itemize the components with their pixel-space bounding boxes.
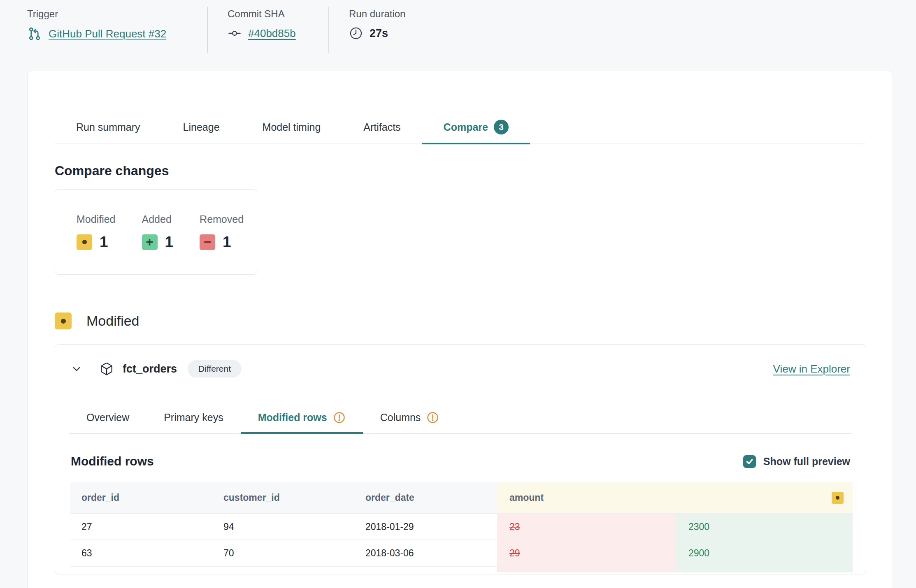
stat-modified-label: Modified [77,213,116,225]
stat-removed: Removed − 1 [200,213,244,251]
stat-added-value: 1 [165,234,174,251]
duration-label: Run duration [349,8,405,20]
warning-icon [333,411,346,424]
model-card-fct-orders: fct_orders Different View in Explorer Ov… [55,344,866,574]
view-in-explorer-link[interactable]: View in Explorer [773,363,850,375]
clock-icon [349,26,363,40]
modified-dot-icon [77,234,92,250]
tab-artifacts[interactable]: Artifacts [342,115,422,144]
header-divider [207,7,208,53]
tab-run-summary[interactable]: Run summary [55,115,162,144]
pull-request-icon [27,26,42,41]
column-header-order-date: order_date [354,482,497,513]
removed-minus-icon: − [200,234,215,250]
amount-old-value: 23 [497,514,675,539]
column-header-order-id: order_id [70,482,212,513]
trigger-meta: Trigger GitHub Pull Request #32 [27,8,166,41]
trigger-label: Trigger [27,8,166,20]
compare-summary-card: Modified 1 Added + 1 Removed − 1 [55,189,257,275]
commit-label: Commit SHA [228,8,296,20]
modified-section-heading: Modified [55,313,865,329]
stat-modified: Modified 1 [77,213,116,251]
modified-dot-icon [55,313,72,329]
modified-dot-icon [832,492,844,504]
column-header-customer-id: customer_id [212,482,354,513]
tab-columns[interactable]: Columns [363,406,457,434]
tab-lineage[interactable]: Lineage [162,115,241,144]
chevron-down-icon[interactable] [71,363,82,375]
table-header-row: order_id customer_id order_date amount [70,482,853,513]
warning-icon [426,411,439,424]
model-card-header: fct_orders Different View in Explorer [55,345,866,377]
modified-rows-title: Modified rows [71,454,154,468]
duration-value: 27s [370,27,388,40]
commit-icon [228,26,242,40]
modified-rows-table: order_id customer_id order_date amount 2… [70,482,853,572]
model-name: fct_orders [123,363,177,375]
cube-icon [100,362,114,376]
compare-changes-heading: Compare changes [55,163,865,178]
checkbox-checked-icon[interactable] [743,455,756,468]
column-header-amount: amount [497,482,853,513]
compare-count-badge: 3 [494,120,509,134]
duration-meta: Run duration 27s [349,8,405,40]
stat-added: Added + 1 [142,213,174,251]
table-row [70,566,853,572]
run-detail-card: Run summary Lineage Model timing Artifac… [27,71,893,588]
amount-new-value: 2900 [675,540,853,566]
commit-meta: Commit SHA #40bd85b [228,8,296,40]
run-tabs: Run summary Lineage Model timing Artifac… [55,115,865,144]
tab-primary-keys[interactable]: Primary keys [146,406,240,434]
model-tabs: Overview Primary keys Modified rows Colu… [69,406,852,434]
stat-removed-label: Removed [200,213,244,225]
tab-overview[interactable]: Overview [69,406,146,434]
trigger-pr-link[interactable]: GitHub Pull Request #32 [49,28,166,40]
amount-old-value: 29 [497,540,675,566]
show-full-preview-label: Show full preview [763,456,850,468]
table-row: 27 94 2018-01-29 23 2300 [70,513,853,539]
tab-compare[interactable]: Compare 3 [422,115,530,144]
modified-rows-header: Modified rows Show full preview [71,454,850,468]
amount-new-value: 2300 [675,514,853,539]
tab-model-timing[interactable]: Model timing [241,115,342,144]
table-row: 63 70 2018-03-06 29 2900 [70,539,853,566]
commit-sha-link[interactable]: #40bd85b [248,27,296,40]
show-full-preview-toggle[interactable]: Show full preview [743,455,850,468]
stat-removed-value: 1 [223,234,231,251]
modified-section-title: Modified [86,313,139,329]
tab-modified-rows[interactable]: Modified rows [241,406,363,434]
added-plus-icon: + [142,234,158,250]
status-badge: Different [188,360,242,377]
stat-added-label: Added [142,213,174,225]
stat-modified-value: 1 [100,234,108,251]
header-divider [328,7,329,53]
run-meta-header: Trigger GitHub Pull Request #32 Commit S… [0,0,916,71]
